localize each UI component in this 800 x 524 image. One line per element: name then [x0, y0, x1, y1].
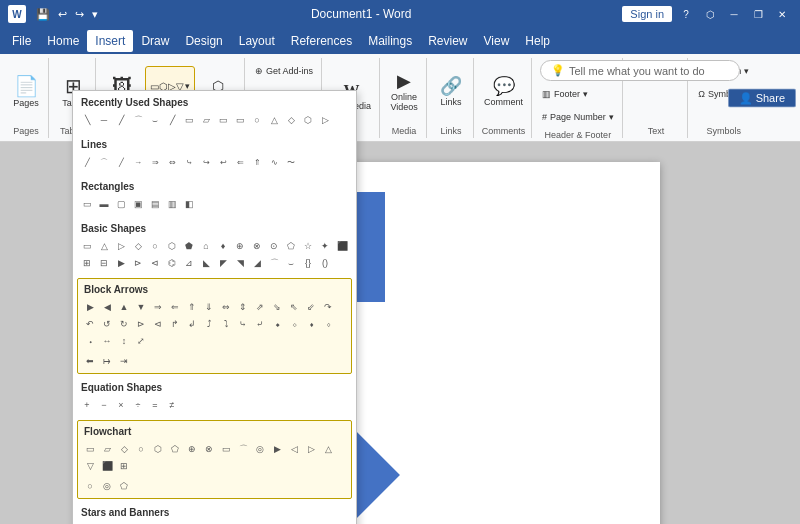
shape-item[interactable]: ⊿: [181, 255, 197, 271]
shape-item[interactable]: ⤷: [235, 316, 251, 332]
shape-item[interactable]: ≠: [164, 397, 180, 413]
shape-item[interactable]: ⇖: [286, 299, 302, 315]
page-number-button[interactable]: # Page Number ▾: [538, 106, 618, 128]
shape-item[interactable]: ⬧: [303, 316, 319, 332]
menu-mailings[interactable]: Mailings: [360, 30, 420, 52]
shape-item[interactable]: ▭: [218, 441, 234, 457]
shape-item[interactable]: ╲: [79, 112, 95, 128]
shape-item[interactable]: ○: [147, 238, 163, 254]
shape-item[interactable]: ⬦: [286, 316, 302, 332]
shape-item[interactable]: ▽: [82, 458, 98, 474]
shape-item[interactable]: ⇗: [252, 299, 268, 315]
shape-item[interactable]: ⊞: [79, 255, 95, 271]
shape-item[interactable]: ⬨: [320, 316, 336, 332]
shape-item[interactable]: ⌂: [198, 238, 214, 254]
online-videos-button[interactable]: ▶ OnlineVideos: [386, 66, 422, 118]
shape-item[interactable]: ↩: [215, 154, 231, 170]
minimize-button[interactable]: ─: [724, 4, 744, 24]
shape-item[interactable]: ⇒: [150, 299, 166, 315]
shape-item[interactable]: ◥: [232, 255, 248, 271]
shape-item[interactable]: ♦: [215, 238, 231, 254]
shape-item[interactable]: ◁: [286, 441, 302, 457]
menu-references[interactable]: References: [283, 30, 360, 52]
shape-item[interactable]: ⇥: [116, 353, 132, 369]
sign-in-button[interactable]: Sign in: [622, 6, 672, 22]
shape-item[interactable]: ⤵: [218, 316, 234, 332]
shape-item[interactable]: ⬡: [300, 112, 316, 128]
shape-item[interactable]: (): [317, 255, 333, 271]
shape-item[interactable]: ↲: [184, 316, 200, 332]
shape-item[interactable]: ▼: [133, 299, 149, 315]
undo-button[interactable]: ↩: [56, 6, 69, 23]
comment-button[interactable]: 💬 Comment: [480, 66, 527, 118]
shape-item[interactable]: ▢: [113, 196, 129, 212]
shape-item[interactable]: ⇑: [249, 154, 265, 170]
shape-item[interactable]: ⇑: [184, 299, 200, 315]
close-button[interactable]: ✕: [772, 4, 792, 24]
shape-item[interactable]: ◇: [283, 112, 299, 128]
shape-item[interactable]: ⊲: [150, 316, 166, 332]
menu-draw[interactable]: Draw: [133, 30, 177, 52]
shape-item[interactable]: ⇐: [232, 154, 248, 170]
shape-item[interactable]: ✦: [317, 238, 333, 254]
shape-item[interactable]: ◇: [116, 441, 132, 457]
shape-item[interactable]: ⤶: [252, 316, 268, 332]
shape-item[interactable]: ↔: [99, 333, 115, 349]
shape-item[interactable]: ⊗: [201, 441, 217, 457]
shape-item[interactable]: ⤴: [201, 316, 217, 332]
ribbon-display-button[interactable]: ⬡: [700, 4, 720, 24]
shape-item[interactable]: ◇: [130, 238, 146, 254]
shape-item[interactable]: ⊞: [116, 458, 132, 474]
shape-item[interactable]: ╱: [164, 112, 180, 128]
shape-item[interactable]: ◎: [252, 441, 268, 457]
shape-item[interactable]: −: [96, 397, 112, 413]
shape-item[interactable]: ▬: [96, 196, 112, 212]
shape-item[interactable]: =: [147, 397, 163, 413]
shape-item[interactable]: ▭: [181, 112, 197, 128]
save-button[interactable]: 💾: [34, 6, 52, 23]
shape-item[interactable]: ⬡: [164, 238, 180, 254]
shape-item[interactable]: ▶: [82, 299, 98, 315]
shape-item[interactable]: ▭: [79, 196, 95, 212]
shape-item[interactable]: ▷: [113, 238, 129, 254]
shape-item[interactable]: ▲: [116, 299, 132, 315]
shape-item[interactable]: ↶: [82, 316, 98, 332]
menu-file[interactable]: File: [4, 30, 39, 52]
shape-item[interactable]: ⬛: [99, 458, 115, 474]
shape-item[interactable]: ⤷: [181, 154, 197, 170]
shape-item[interactable]: ⇐: [167, 299, 183, 315]
shape-item[interactable]: ⊲: [147, 255, 163, 271]
shape-item[interactable]: ◧: [181, 196, 197, 212]
menu-insert[interactable]: Insert: [87, 30, 133, 52]
shape-item[interactable]: ▥: [164, 196, 180, 212]
shape-item[interactable]: ╱: [113, 154, 129, 170]
shape-item[interactable]: ⬠: [283, 238, 299, 254]
shape-item[interactable]: ◤: [215, 255, 231, 271]
shape-item[interactable]: ⬠: [116, 478, 132, 494]
menu-review[interactable]: Review: [420, 30, 475, 52]
shape-item[interactable]: ◎: [99, 478, 115, 494]
share-button[interactable]: 👤 Share: [728, 88, 796, 107]
shape-item[interactable]: ⬛: [334, 238, 350, 254]
shape-item[interactable]: ⌬: [164, 255, 180, 271]
shape-item[interactable]: ↕: [116, 333, 132, 349]
shape-item[interactable]: ◀: [99, 299, 115, 315]
shape-item[interactable]: ▭: [82, 441, 98, 457]
shape-item[interactable]: ×: [113, 397, 129, 413]
shape-item[interactable]: ▶: [269, 441, 285, 457]
shape-item[interactable]: ⊳: [130, 255, 146, 271]
get-addins-button[interactable]: ⊕ Get Add-ins: [251, 60, 317, 82]
shape-item[interactable]: ⌒: [96, 154, 112, 170]
shape-item[interactable]: ⇓: [201, 299, 217, 315]
menu-design[interactable]: Design: [177, 30, 230, 52]
shape-item[interactable]: ⇔: [218, 299, 234, 315]
menu-home[interactable]: Home: [39, 30, 87, 52]
shape-item[interactable]: ▶: [113, 255, 129, 271]
links-button[interactable]: 🔗 Links: [433, 66, 469, 118]
shape-item[interactable]: ↦: [99, 353, 115, 369]
shape-item[interactable]: ─: [96, 112, 112, 128]
shape-item[interactable]: ⇙: [303, 299, 319, 315]
shape-item[interactable]: ╱: [79, 154, 95, 170]
shape-item[interactable]: ◣: [198, 255, 214, 271]
shape-item[interactable]: ▱: [198, 112, 214, 128]
